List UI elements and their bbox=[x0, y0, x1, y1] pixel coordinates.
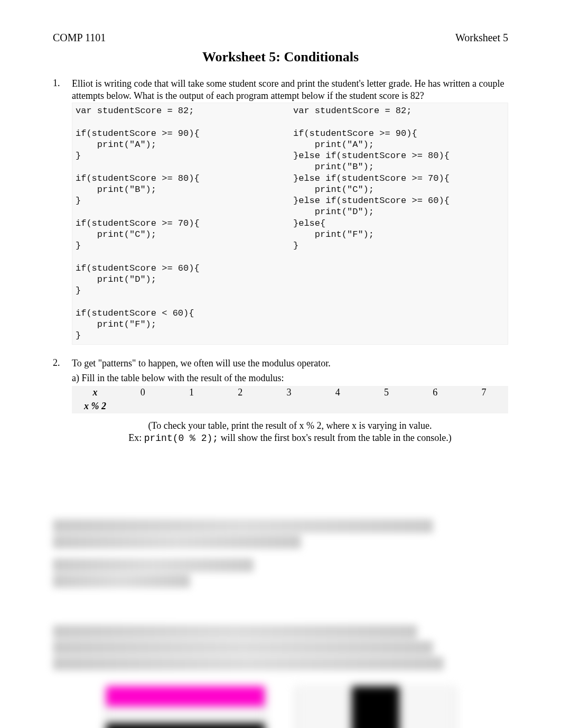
code-attempt-1: var studentScore = 82; if(studentScore >… bbox=[72, 103, 290, 344]
x-cell: 2 bbox=[216, 386, 265, 400]
modulus-table: x 0 1 2 3 4 5 6 7 x % 2 bbox=[72, 386, 508, 413]
question-1-body: Elliot is writing code that will take so… bbox=[72, 78, 508, 345]
question-1: 1. Elliot is writing code that will take… bbox=[53, 78, 508, 345]
x-cell: 1 bbox=[167, 386, 216, 400]
answer-cell[interactable] bbox=[118, 400, 167, 413]
question-1-text: Elliot is writing code that will take so… bbox=[72, 78, 508, 102]
x-cell: 4 bbox=[313, 386, 362, 400]
hint-line-1: (To check your table, print the result o… bbox=[72, 420, 508, 432]
x-cell: 5 bbox=[362, 386, 410, 400]
answer-cell[interactable] bbox=[460, 400, 508, 413]
x-cell: 6 bbox=[411, 386, 460, 400]
x-cell: 0 bbox=[118, 386, 167, 400]
question-2: 2. To get "patterns" to happen, we often… bbox=[53, 357, 508, 445]
row-header-mod: x % 2 bbox=[72, 400, 118, 413]
x-cell: 7 bbox=[460, 386, 508, 400]
table-row: x % 2 bbox=[72, 400, 508, 413]
table-check-hint: (To check your table, print the result o… bbox=[72, 420, 508, 445]
code-attempt-2: var studentScore = 82; if(studentScore >… bbox=[290, 103, 508, 254]
row-header-x: x bbox=[72, 386, 118, 400]
worksheet-number: Worksheet 5 bbox=[455, 32, 508, 44]
hint-line-2: Ex: print(0 % 2); will show the first bo… bbox=[72, 432, 508, 445]
obscured-pattern-right bbox=[296, 686, 455, 728]
code-column-left: var studentScore = 82; if(studentScore >… bbox=[72, 103, 290, 344]
answer-cell[interactable] bbox=[362, 400, 410, 413]
question-1-number: 1. bbox=[53, 78, 72, 345]
question-2-number: 2. bbox=[53, 357, 72, 445]
answer-cell[interactable] bbox=[265, 400, 313, 413]
course-code: COMP 1101 bbox=[53, 32, 106, 44]
hint-code-example: print(0 % 2); bbox=[144, 433, 218, 444]
obscured-content bbox=[53, 519, 508, 728]
hint-suffix: will show the first box's result from th… bbox=[218, 432, 452, 443]
answer-cell[interactable] bbox=[313, 400, 362, 413]
hint-prefix: Ex: bbox=[128, 432, 144, 443]
page-title: Worksheet 5: Conditionals bbox=[53, 49, 508, 65]
page-header: COMP 1101 Worksheet 5 bbox=[53, 32, 508, 44]
code-column-right: var studentScore = 82; if(studentScore >… bbox=[290, 103, 508, 344]
table-row: x 0 1 2 3 4 5 6 7 bbox=[72, 386, 508, 400]
code-columns: var studentScore = 82; if(studentScore >… bbox=[72, 103, 508, 345]
obscured-pattern-row bbox=[53, 686, 508, 728]
question-2-body: To get "patterns" to happen, we often wi… bbox=[72, 357, 508, 445]
question-2-text: To get "patterns" to happen, we often wi… bbox=[72, 357, 508, 370]
answer-cell[interactable] bbox=[167, 400, 216, 413]
x-cell: 3 bbox=[265, 386, 313, 400]
question-list: 1. Elliot is writing code that will take… bbox=[53, 78, 508, 445]
question-2a-text: a) Fill in the table below with the resu… bbox=[72, 373, 508, 384]
obscured-pattern-left bbox=[106, 686, 265, 728]
answer-cell[interactable] bbox=[411, 400, 460, 413]
answer-cell[interactable] bbox=[216, 400, 265, 413]
page: COMP 1101 Worksheet 5 Worksheet 5: Condi… bbox=[0, 0, 561, 728]
